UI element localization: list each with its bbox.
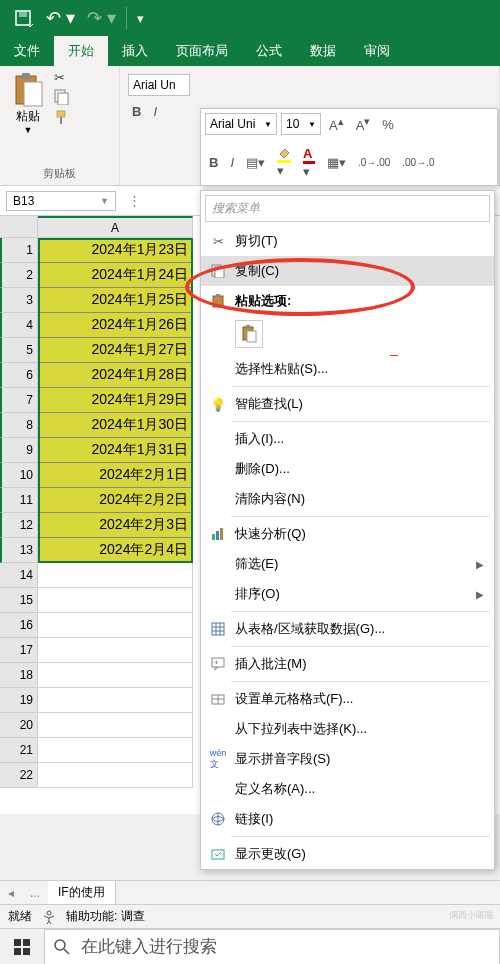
sheet-nav-prev[interactable]: ◂	[0, 886, 22, 900]
increase-font-icon[interactable]: A▴	[325, 113, 348, 135]
cell[interactable]: 2024年2月3日	[38, 513, 193, 538]
percent-button[interactable]: %	[378, 115, 398, 134]
row-header[interactable]: 3	[0, 288, 38, 313]
cell[interactable]	[38, 738, 193, 763]
ctx-define-name[interactable]: 定义名称(A)...	[201, 774, 494, 804]
row-header[interactable]: 2	[0, 263, 38, 288]
name-box[interactable]: B13 ▼	[6, 191, 116, 211]
cell[interactable]	[38, 613, 193, 638]
ctx-pinyin[interactable]: wén文 显示拼音字段(S)	[201, 744, 494, 774]
row-header[interactable]: 14	[0, 563, 38, 588]
copy-icon[interactable]	[54, 89, 70, 105]
ctx-insert-comment[interactable]: + 插入批注(M)	[201, 649, 494, 679]
ctx-show-changes[interactable]: 显示更改(G)	[201, 839, 494, 869]
tab-review[interactable]: 审阅	[350, 36, 404, 66]
row-header[interactable]: 22	[0, 763, 38, 788]
paste-button[interactable]: 粘贴 ▼	[6, 70, 50, 137]
row-header[interactable]: 6	[0, 363, 38, 388]
cell[interactable]	[38, 638, 193, 663]
ctx-get-data[interactable]: 从表格/区域获取数据(G)...	[201, 614, 494, 644]
row-header[interactable]: 13	[0, 538, 38, 563]
row-header[interactable]: 19	[0, 688, 38, 713]
cell[interactable]	[38, 688, 193, 713]
ctx-format-cells[interactable]: 设置单元格格式(F)...	[201, 684, 494, 714]
format-painter-icon[interactable]	[54, 109, 70, 125]
cell[interactable]: 2024年1月26日	[38, 313, 193, 338]
taskbar-search[interactable]: 在此键入进行搜索	[44, 929, 500, 965]
column-header-a[interactable]: A	[38, 216, 193, 238]
cell[interactable]: 2024年2月2日	[38, 488, 193, 513]
ctx-quick-analysis[interactable]: 快速分析(Q)	[201, 519, 494, 549]
cell[interactable]	[38, 563, 193, 588]
row-header[interactable]: 10	[0, 463, 38, 488]
qat-customize[interactable]: ▾	[137, 11, 144, 26]
row-header[interactable]: 9	[0, 438, 38, 463]
mini-decimal-dec-icon[interactable]: .00→.0	[398, 155, 438, 170]
cell[interactable]	[38, 713, 193, 738]
row-header[interactable]: 21	[0, 738, 38, 763]
bold-button[interactable]: B	[128, 102, 145, 121]
row-header[interactable]: 7	[0, 388, 38, 413]
accessibility-icon[interactable]	[42, 910, 56, 924]
decrease-font-icon[interactable]: A▾	[352, 113, 375, 135]
cell[interactable]	[38, 663, 193, 688]
cell[interactable]: 2024年2月4日	[38, 538, 193, 563]
ctx-smart-lookup[interactable]: 💡 智能查找(L)	[201, 389, 494, 419]
start-button[interactable]	[0, 929, 44, 965]
ctx-copy[interactable]: 复制(C)	[201, 256, 494, 286]
ctx-filter[interactable]: 筛选(E)▶	[201, 549, 494, 579]
redo-button[interactable]: ↷ ▾	[87, 7, 116, 29]
mini-font-name[interactable]: Arial Uni▼	[205, 113, 277, 135]
mini-fill-icon[interactable]: ▾	[273, 144, 295, 180]
cell[interactable]: 2024年2月1日	[38, 463, 193, 488]
row-header[interactable]: 18	[0, 663, 38, 688]
ctx-paste-special[interactable]: 选择性粘贴(S)...	[201, 354, 494, 384]
row-header[interactable]: 11	[0, 488, 38, 513]
ctx-link[interactable]: 链接(I)	[201, 804, 494, 834]
tab-insert[interactable]: 插入	[108, 36, 162, 66]
paste-option-default[interactable]	[235, 320, 263, 348]
autosave-icon[interactable]	[14, 9, 34, 27]
mini-toolbar[interactable]: Arial Uni▼ 10▼ A▴ A▾ % B I ▤▾ ▾ A▾ ▦▾ .0…	[200, 108, 498, 186]
cell[interactable]: 2024年1月23日	[38, 238, 193, 263]
row-header[interactable]: 8	[0, 413, 38, 438]
row-header[interactable]: 4	[0, 313, 38, 338]
undo-button[interactable]: ↶ ▾	[46, 7, 75, 29]
mini-font-size[interactable]: 10▼	[281, 113, 321, 135]
mini-border-icon[interactable]: ▤▾	[242, 153, 269, 172]
context-search-input[interactable]: 搜索菜单	[205, 195, 490, 222]
row-header[interactable]: 20	[0, 713, 38, 738]
select-all-corner[interactable]	[0, 216, 38, 238]
ctx-sort[interactable]: 排序(O)▶	[201, 579, 494, 609]
tab-file[interactable]: 文件	[0, 36, 54, 66]
cell[interactable]: 2024年1月29日	[38, 388, 193, 413]
cell[interactable]	[38, 588, 193, 613]
mini-italic[interactable]: I	[226, 153, 238, 172]
cell[interactable]: 2024年1月27日	[38, 338, 193, 363]
cell[interactable]: 2024年1月24日	[38, 263, 193, 288]
cut-icon[interactable]: ✂	[54, 70, 70, 85]
tab-home[interactable]: 开始	[54, 36, 108, 66]
mini-format-icon[interactable]: ▦▾	[323, 153, 350, 172]
ctx-cut[interactable]: ✂ 剪切(T)	[201, 226, 494, 256]
row-header[interactable]: 16	[0, 613, 38, 638]
ctx-clear[interactable]: 清除内容(N)	[201, 484, 494, 514]
row-header[interactable]: 5	[0, 338, 38, 363]
cell[interactable]: 2024年1月31日	[38, 438, 193, 463]
sheet-nav-dots[interactable]: ...	[22, 886, 48, 900]
cell[interactable]: 2024年1月25日	[38, 288, 193, 313]
row-header[interactable]: 1	[0, 238, 38, 263]
row-header[interactable]: 17	[0, 638, 38, 663]
row-header[interactable]: 15	[0, 588, 38, 613]
sheet-tab-active[interactable]: IF的使用	[48, 881, 116, 904]
cell[interactable]: 2024年1月30日	[38, 413, 193, 438]
row-header[interactable]: 12	[0, 513, 38, 538]
tab-formulas[interactable]: 公式	[242, 36, 296, 66]
cell[interactable]: 2024年1月28日	[38, 363, 193, 388]
mini-decimal-inc-icon[interactable]: .0→.00	[354, 155, 394, 170]
tab-layout[interactable]: 页面布局	[162, 36, 242, 66]
cell[interactable]	[38, 763, 193, 788]
tab-data[interactable]: 数据	[296, 36, 350, 66]
ctx-dropdown-select[interactable]: 从下拉列表中选择(K)...	[201, 714, 494, 744]
mini-bold[interactable]: B	[205, 153, 222, 172]
